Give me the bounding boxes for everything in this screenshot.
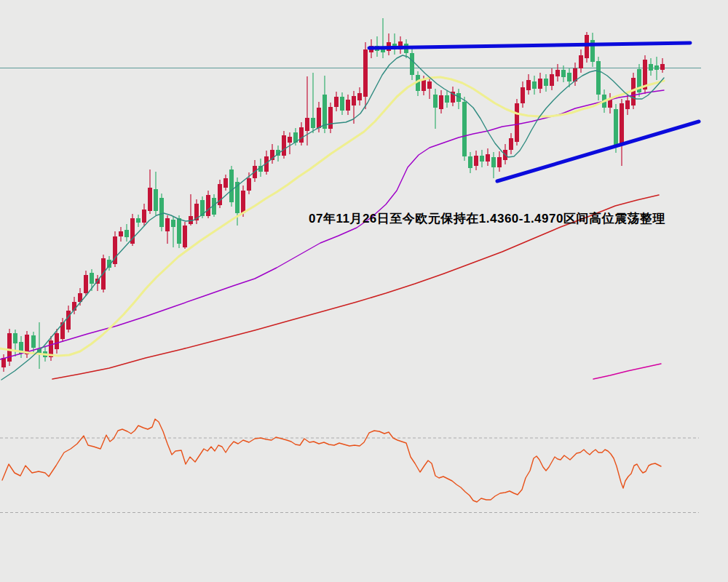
candle-bearish: [445, 95, 449, 103]
candle-bearish: [596, 61, 601, 95]
candle-bearish: [649, 64, 653, 71]
candle-bullish: [550, 74, 554, 86]
candle-bearish: [567, 73, 571, 81]
candle-bearish: [491, 157, 496, 167]
candle-bearish: [159, 198, 164, 227]
candle-bullish: [84, 275, 88, 293]
candle-bullish: [223, 178, 228, 188]
candle-bullish: [509, 138, 513, 150]
candle-bullish: [555, 70, 560, 76]
price-chart-svg: [0, 0, 728, 582]
candle-bullish: [288, 137, 292, 143]
candle-bearish: [229, 170, 234, 202]
candle-bearish: [532, 81, 537, 89]
candle-bullish: [526, 80, 531, 90]
candle-bullish: [474, 156, 478, 166]
candle-bullish: [486, 154, 490, 162]
candle-bearish: [124, 230, 129, 237]
candle-bearish: [654, 65, 659, 70]
candle-bearish: [323, 95, 327, 129]
candle-bearish: [177, 218, 181, 244]
candle-bearish: [410, 53, 414, 75]
candle-bearish: [154, 189, 158, 211]
candle-bullish: [363, 49, 368, 97]
candle-bearish: [340, 97, 344, 111]
candle-bullish: [317, 108, 321, 128]
candle-bullish: [247, 178, 251, 191]
candle-bullish: [427, 81, 432, 89]
candle-bullish: [282, 135, 286, 156]
candle-bullish: [165, 218, 170, 231]
candle-bullish: [625, 100, 630, 109]
candle-bullish: [579, 55, 583, 68]
candle-bearish: [31, 335, 36, 348]
candle-bullish: [119, 231, 123, 236]
candle-bullish: [357, 93, 362, 100]
candle-bearish: [433, 95, 438, 108]
candle-bearish: [90, 273, 94, 284]
candle-bullish: [538, 79, 542, 89]
candle-bullish: [183, 226, 187, 247]
candle-bullish: [334, 97, 339, 107]
candle-bearish: [614, 109, 618, 146]
candle-bearish: [311, 118, 315, 128]
candle-bullish: [422, 80, 426, 91]
candle-bullish: [1, 358, 6, 367]
candle-bullish: [328, 107, 333, 129]
candle-bullish: [66, 311, 71, 330]
candle-bullish: [620, 103, 624, 146]
candle-bearish: [171, 220, 175, 227]
candle-bullish: [305, 118, 309, 131]
candle-bearish: [561, 70, 566, 77]
candle-bearish: [462, 102, 467, 156]
candle-bullish: [352, 96, 356, 105]
candle-bullish: [55, 333, 59, 349]
candle-bearish: [544, 79, 548, 86]
candle-bullish: [585, 35, 589, 58]
candle-bearish: [136, 218, 141, 223]
candle-bullish: [439, 95, 443, 109]
chart-annotation-text: 07年11月26日至今欧元保持在1.4360-1.4970区间高位震荡整理: [309, 210, 665, 227]
candle-bullish: [148, 188, 152, 211]
candle-bullish: [241, 191, 245, 213]
candle-bullish: [299, 127, 304, 143]
candle-bearish: [13, 333, 17, 343]
chart-window: 07年11月26日至今欧元保持在1.4360-1.4970区间高位震荡整理: [0, 0, 728, 582]
candle-bullish: [346, 100, 350, 111]
candle-bullish: [521, 87, 525, 103]
candle-bullish: [206, 195, 210, 216]
candle-bullish: [497, 157, 502, 167]
candle-bullish: [515, 103, 519, 142]
candle-bullish: [142, 210, 146, 223]
candle-bearish: [468, 156, 472, 168]
candle-bearish: [480, 156, 484, 162]
candle-bullish: [660, 64, 665, 70]
